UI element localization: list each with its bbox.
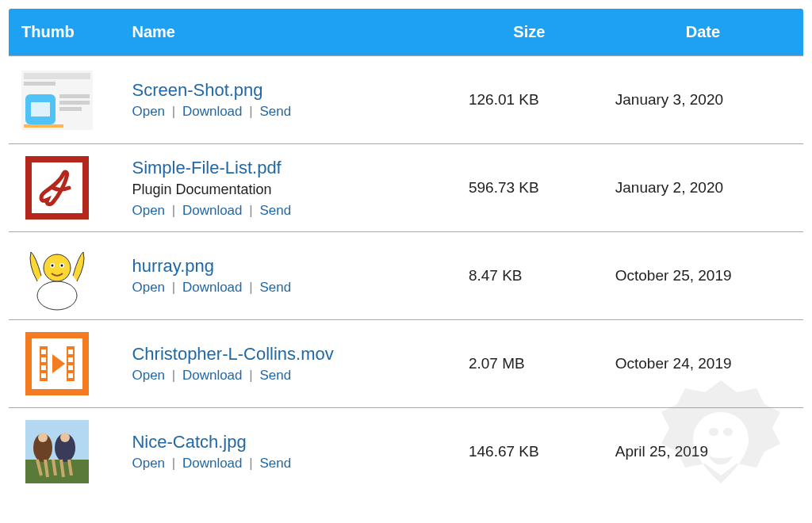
svg-rect-6 [59,101,90,105]
file-name-link[interactable]: hurray.png [132,256,214,277]
file-thumbnail[interactable] [21,416,93,487]
svg-rect-1 [24,73,90,79]
open-link[interactable]: Open [132,104,165,119]
action-separator: | [168,456,179,471]
svg-rect-8 [24,124,63,128]
svg-point-14 [52,265,54,267]
svg-rect-26 [68,373,73,378]
file-actions: Open | Download | Send [132,280,442,296]
file-description: Plugin Documentation [132,181,442,198]
svg-rect-2 [24,82,56,86]
action-separator: | [168,203,179,218]
svg-point-32 [60,433,70,442]
header-date: Date [603,9,804,56]
file-actions: Open | Download | Send [132,104,442,120]
svg-rect-28 [25,460,89,483]
action-separator: | [246,368,257,383]
action-separator: | [168,368,179,383]
file-thumbnail[interactable] [21,240,93,311]
svg-rect-5 [59,94,90,98]
thumbnail-cell [9,232,120,320]
file-actions: Open | Download | Send [132,368,442,384]
thumbnail-cell [9,144,120,232]
svg-rect-7 [59,107,82,111]
file-size: 126.01 KB [456,56,603,144]
file-thumbnail[interactable] [21,64,93,136]
header-size: Size [456,9,603,56]
file-name-link[interactable]: Christopher-L-Collins.mov [132,344,333,365]
svg-point-11 [44,254,71,281]
file-date: October 25, 2019 [603,232,804,320]
svg-point-10 [37,281,77,310]
file-thumbnail[interactable] [21,328,93,399]
send-link[interactable]: Send [259,203,291,218]
svg-rect-21 [41,365,46,370]
table-row: Simple-File-List.pdfPlugin Documentation… [9,144,804,232]
action-separator: | [246,203,257,218]
file-list-table: Thumb Name Size Date Screen-Shot.pngOpen… [8,8,804,496]
header-thumb: Thumb [9,9,120,56]
file-name-link[interactable]: Screen-Shot.png [132,80,262,101]
open-link[interactable]: Open [132,456,165,471]
name-cell: Nice-Catch.jpgOpen | Download | Send [119,408,455,496]
thumbnail-cell [9,408,120,496]
action-separator: | [168,280,179,295]
download-link[interactable]: Download [182,368,243,383]
file-date: January 3, 2020 [603,56,804,144]
svg-rect-23 [68,349,73,354]
svg-rect-20 [41,357,46,362]
open-link[interactable]: Open [132,368,165,383]
name-cell: hurray.pngOpen | Download | Send [119,232,455,320]
download-link[interactable]: Download [182,456,243,471]
file-date: October 24, 2019 [603,320,804,408]
file-date: January 2, 2020 [603,144,804,232]
name-cell: Screen-Shot.pngOpen | Download | Send [119,56,455,144]
svg-rect-24 [68,357,73,362]
svg-rect-4 [31,102,50,116]
header-name: Name [119,9,455,56]
file-date: April 25, 2019 [603,408,804,496]
download-link[interactable]: Download [182,203,243,218]
svg-point-15 [61,265,63,267]
action-separator: | [246,280,257,295]
table-row: Nice-Catch.jpgOpen | Download | Send146.… [9,408,804,496]
svg-rect-22 [41,373,46,378]
download-link[interactable]: Download [182,104,243,119]
download-link[interactable]: Download [182,280,243,295]
svg-rect-25 [68,365,73,370]
send-link[interactable]: Send [259,456,291,471]
send-link[interactable]: Send [259,104,291,119]
file-thumbnail[interactable] [21,152,93,223]
table-row: Screen-Shot.pngOpen | Download | Send126… [9,56,804,144]
action-separator: | [246,104,257,119]
file-actions: Open | Download | Send [132,203,442,219]
thumbnail-cell [9,320,120,408]
svg-rect-19 [41,349,46,354]
file-size: 2.07 MB [456,320,603,408]
table-header-row: Thumb Name Size Date [9,9,804,56]
send-link[interactable]: Send [259,368,291,383]
name-cell: Christopher-L-Collins.movOpen | Download… [119,320,455,408]
file-name-link[interactable]: Nice-Catch.jpg [132,432,246,452]
send-link[interactable]: Send [259,280,291,295]
file-actions: Open | Download | Send [132,456,442,471]
file-name-link[interactable]: Simple-File-List.pdf [132,158,281,178]
file-size: 146.67 KB [456,408,603,496]
svg-point-31 [38,433,48,442]
name-cell: Simple-File-List.pdfPlugin Documentation… [119,144,455,232]
action-separator: | [168,104,179,119]
table-row: hurray.pngOpen | Download | Send8.47 KBO… [9,232,804,320]
file-size: 596.73 KB [456,144,603,232]
open-link[interactable]: Open [132,203,165,218]
action-separator: | [246,456,257,471]
table-row: Christopher-L-Collins.movOpen | Download… [9,320,804,408]
thumbnail-cell [9,56,120,144]
open-link[interactable]: Open [132,280,165,295]
file-size: 8.47 KB [456,232,603,320]
